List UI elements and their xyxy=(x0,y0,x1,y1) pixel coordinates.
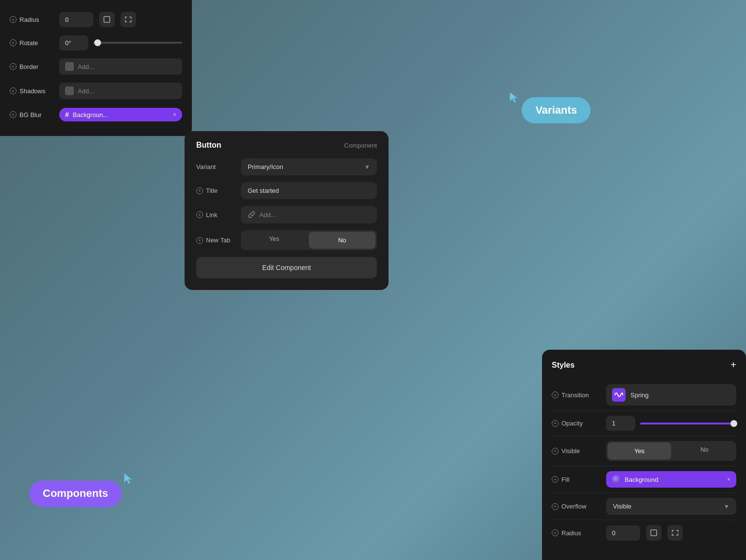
edit-component-label: Edit Component xyxy=(262,264,311,272)
rotate-input-wrap xyxy=(59,35,182,51)
title-field-label: + Title xyxy=(196,187,235,194)
variants-cursor xyxy=(508,90,522,107)
svg-rect-0 xyxy=(104,17,110,22)
transition-label: + Transition xyxy=(552,391,600,399)
square-icon-btn[interactable] xyxy=(99,12,115,27)
edit-component-button[interactable]: Edit Component xyxy=(196,257,377,278)
bg-blur-label: + BG Blur xyxy=(10,111,53,119)
opacity-plus-icon[interactable]: + xyxy=(552,420,559,427)
svg-marker-2 xyxy=(510,92,517,102)
transition-label-text: Transition xyxy=(561,391,589,399)
visible-label-text: Visible xyxy=(561,447,580,455)
svg-rect-3 xyxy=(651,530,657,536)
overflow-plus-icon[interactable]: + xyxy=(552,503,559,510)
new-tab-field-row: + New Tab Yes No xyxy=(196,230,377,250)
border-plus-icon[interactable]: + xyxy=(10,63,17,70)
variant-value: Primary/Icon xyxy=(248,163,283,170)
bg-blur-label-text: BG Blur xyxy=(19,111,42,119)
variant-label-text: Variant xyxy=(196,163,216,170)
transition-plus-icon[interactable]: + xyxy=(552,391,559,398)
radius-input[interactable] xyxy=(59,12,93,27)
bottom-square-icon-btn[interactable] xyxy=(646,525,661,541)
link-plus-icon[interactable]: + xyxy=(196,211,203,218)
styles-title: Styles xyxy=(552,361,575,370)
link-field-row: + Link Add... xyxy=(196,206,377,223)
variants-label-text: Variants xyxy=(535,104,577,116)
bg-blur-close-icon[interactable]: × xyxy=(173,111,176,118)
visible-yes-btn[interactable]: Yes xyxy=(608,442,671,459)
new-tab-yes-btn[interactable]: Yes xyxy=(241,230,307,250)
styles-add-button[interactable]: + xyxy=(730,359,736,371)
spring-icon xyxy=(612,388,626,402)
square-icon xyxy=(103,16,111,23)
overflow-label-text: Overflow xyxy=(561,503,586,510)
fill-pill[interactable]: Background × xyxy=(606,471,736,488)
link-icon xyxy=(248,211,255,219)
bg-blur-pill[interactable]: # Backgroun... × xyxy=(59,108,182,121)
border-swatch xyxy=(65,62,74,71)
rotate-label-text: Rotate xyxy=(19,39,38,47)
styles-header: Styles + xyxy=(552,359,736,371)
rotate-plus-icon[interactable]: + xyxy=(10,39,17,46)
border-add-input[interactable]: Add... xyxy=(59,58,182,75)
fill-plus-icon[interactable]: + xyxy=(552,476,559,483)
title-input[interactable] xyxy=(241,182,377,199)
opacity-row: + Opacity xyxy=(552,411,736,436)
opacity-slider-thumb[interactable] xyxy=(730,420,737,427)
shadows-label: + Shadows xyxy=(10,87,53,95)
opacity-label-text: Opacity xyxy=(561,420,583,427)
radius-label: + Radius xyxy=(10,16,53,23)
opacity-input[interactable] xyxy=(606,416,635,431)
shadows-row: + Shadows Add... xyxy=(0,79,192,103)
fill-color-dot xyxy=(612,475,621,484)
bottom-corners-icon-btn[interactable] xyxy=(667,525,683,541)
corners-icon-btn[interactable] xyxy=(120,12,136,27)
link-input[interactable]: Add... xyxy=(241,206,377,223)
variant-field-row: Variant Primary/Icon ▼ xyxy=(196,158,377,175)
radius-plus-icon[interactable]: + xyxy=(10,16,17,23)
link-field-label: + Link xyxy=(196,211,235,219)
new-tab-toggle[interactable]: Yes No xyxy=(241,230,377,250)
border-label: + Border xyxy=(10,63,53,70)
visible-plus-icon[interactable]: + xyxy=(552,448,559,455)
center-panel-title: Button xyxy=(196,141,221,150)
center-panel-header: Button Component xyxy=(196,141,377,150)
variants-bubble-label: Variants xyxy=(522,97,591,123)
fill-row: + Fill Background × xyxy=(552,466,736,493)
new-tab-no-btn[interactable]: No xyxy=(309,232,375,249)
bottom-radius-label-text: Radius xyxy=(561,529,581,537)
shadows-plus-icon[interactable]: + xyxy=(10,87,17,94)
rotate-slider-track[interactable] xyxy=(93,42,182,44)
fill-close-icon[interactable]: × xyxy=(727,476,730,483)
new-tab-label: + New Tab xyxy=(196,237,235,244)
variant-label: Variant xyxy=(196,163,235,170)
cursor-arrow-icon xyxy=(122,472,136,485)
shadows-add-input[interactable]: Add... xyxy=(59,83,182,99)
overflow-chevron-icon: ▼ xyxy=(724,503,729,510)
rotate-slider-thumb[interactable] xyxy=(94,39,101,46)
overflow-select[interactable]: Visible ▼ xyxy=(606,498,736,515)
title-plus-icon[interactable]: + xyxy=(196,187,203,194)
rotate-input[interactable] xyxy=(59,35,88,51)
new-tab-plus-icon[interactable]: + xyxy=(196,237,203,244)
link-placeholder: Add... xyxy=(259,211,276,219)
radius-row: + Radius xyxy=(0,8,192,31)
corners-icon xyxy=(124,16,132,23)
visible-label: + Visible xyxy=(552,447,600,455)
fill-label-text: Fill xyxy=(561,476,570,483)
visible-no-btn[interactable]: No xyxy=(673,441,736,461)
shadows-swatch xyxy=(65,86,74,95)
visible-toggle[interactable]: Yes No xyxy=(606,441,736,461)
left-properties-panel: + Radius + Rotate + xyxy=(0,0,192,136)
transition-pill[interactable]: Spring xyxy=(606,384,736,406)
bg-blur-pill-text: Backgroun... xyxy=(73,111,169,119)
variant-select[interactable]: Primary/Icon ▼ xyxy=(241,158,377,175)
opacity-wrap xyxy=(606,416,736,431)
bottom-radius-plus-icon[interactable]: + xyxy=(552,529,559,536)
bottom-radius-input[interactable] xyxy=(606,526,640,541)
bg-blur-plus-icon[interactable]: + xyxy=(10,111,17,118)
opacity-slider-track[interactable] xyxy=(640,423,736,424)
hash-icon: # xyxy=(65,111,69,119)
overflow-value: Visible xyxy=(613,503,631,510)
fill-value: Background xyxy=(625,476,723,483)
